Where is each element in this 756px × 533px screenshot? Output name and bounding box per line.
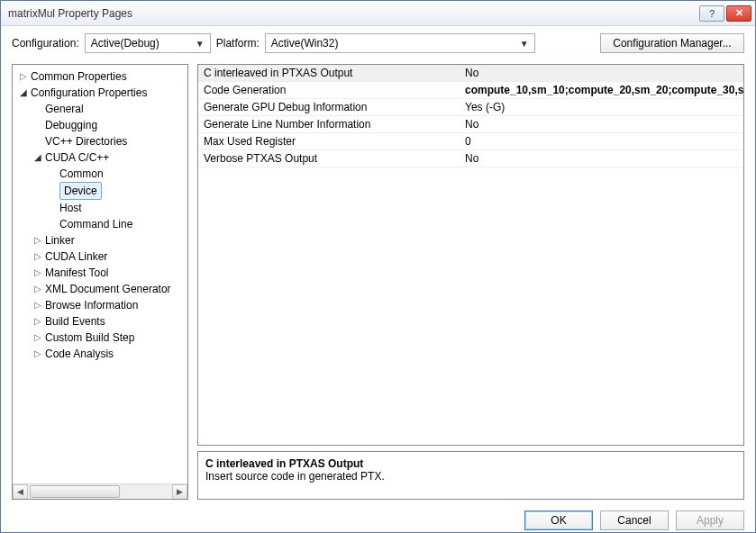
tree-item-configuration-properties[interactable]: ◢ Configuration Properties xyxy=(18,85,187,101)
tree-item-custom-build-step[interactable]: ▷Custom Build Step xyxy=(32,330,187,346)
property-value[interactable]: Yes (-G) xyxy=(460,99,743,116)
ok-button[interactable]: OK xyxy=(524,510,593,530)
chevron-down-icon: ▼ xyxy=(194,39,206,49)
tree-item-code-analysis[interactable]: ▷Code Analysis xyxy=(32,346,187,362)
property-key: C interleaved in PTXAS Output xyxy=(198,65,460,82)
expand-collapsed-icon[interactable]: ▷ xyxy=(32,251,43,262)
help-body: Insert source code in generated PTX. xyxy=(205,470,736,483)
platform-value: Active(Win32) xyxy=(271,37,339,50)
expand-collapsed-icon[interactable]: ▷ xyxy=(32,316,43,327)
tree[interactable]: ▷ Common Properties ◢ Configuration Prop… xyxy=(13,65,187,483)
property-row[interactable]: C interleaved in PTXAS OutputNo xyxy=(198,65,743,82)
property-row[interactable]: Verbose PTXAS OutputNo xyxy=(198,150,743,167)
expand-collapsed-icon[interactable]: ▷ xyxy=(32,267,43,278)
apply-button[interactable]: Apply xyxy=(676,510,744,530)
property-key: Generate GPU Debug Information xyxy=(198,99,460,116)
tree-horizontal-scrollbar[interactable]: ◀ ▶ xyxy=(13,483,187,499)
tree-panel: ▷ Common Properties ◢ Configuration Prop… xyxy=(12,64,188,500)
chevron-down-icon: ▼ xyxy=(518,39,531,49)
expand-collapsed-icon[interactable]: ▷ xyxy=(32,348,43,359)
configuration-manager-button[interactable]: Configuration Manager... xyxy=(600,33,744,53)
window-title: matrixMul Property Pages xyxy=(8,7,697,20)
tree-item-debugging[interactable]: Debugging xyxy=(32,117,187,133)
expand-collapsed-icon[interactable]: ▷ xyxy=(32,235,43,246)
tree-item-cuda-common[interactable]: Common xyxy=(47,166,187,182)
right-panel: C interleaved in PTXAS OutputNoCode Gene… xyxy=(197,64,744,500)
tree-item-xml-doc-generator[interactable]: ▷XML Document Generator xyxy=(32,281,187,297)
configuration-dropdown[interactable]: Active(Debug) ▼ xyxy=(85,33,211,53)
tree-item-browse-information[interactable]: ▷Browse Information xyxy=(32,297,187,313)
tree-item-cuda-commandline[interactable]: Command Line xyxy=(47,216,187,232)
tree-item-common-properties[interactable]: ▷ Common Properties xyxy=(18,68,187,85)
platform-dropdown[interactable]: Active(Win32) ▼ xyxy=(265,33,535,53)
dialog-footer: OK Cancel Apply xyxy=(1,500,755,533)
scroll-left-icon[interactable]: ◀ xyxy=(13,484,28,500)
tree-item-manifest-tool[interactable]: ▷Manifest Tool xyxy=(32,265,187,281)
property-key: Generate Line Number Information xyxy=(198,116,460,133)
configuration-value: Active(Debug) xyxy=(91,37,159,50)
scroll-right-icon[interactable]: ▶ xyxy=(172,484,187,500)
platform-label: Platform: xyxy=(216,37,260,50)
expand-collapsed-icon[interactable]: ▷ xyxy=(32,284,43,294)
tree-item-build-events[interactable]: ▷Build Events xyxy=(32,313,187,330)
close-button[interactable]: ✕ xyxy=(726,5,751,22)
configuration-label: Configuration: xyxy=(12,37,79,50)
property-value[interactable]: No xyxy=(460,116,743,133)
tree-item-general[interactable]: General xyxy=(32,101,187,117)
property-grid[interactable]: C interleaved in PTXAS OutputNoCode Gene… xyxy=(197,64,744,446)
cancel-button[interactable]: Cancel xyxy=(600,510,669,530)
help-button[interactable]: ? xyxy=(699,5,724,22)
expand-open-icon[interactable]: ◢ xyxy=(32,152,43,163)
property-row[interactable]: Generate GPU Debug InformationYes (-G) xyxy=(198,99,743,116)
scroll-track[interactable] xyxy=(28,484,172,500)
expand-collapsed-icon[interactable]: ▷ xyxy=(32,332,43,343)
main-area: ▷ Common Properties ◢ Configuration Prop… xyxy=(1,64,755,500)
tree-item-vc-directories[interactable]: VC++ Directories xyxy=(32,133,187,149)
help-heading: C interleaved in PTXAS Output xyxy=(205,457,736,470)
expand-collapsed-icon[interactable]: ▷ xyxy=(32,300,43,311)
scroll-thumb[interactable] xyxy=(30,485,120,498)
expand-open-icon[interactable]: ◢ xyxy=(18,87,29,98)
property-key: Verbose PTXAS Output xyxy=(198,150,460,167)
tree-item-cuda-linker[interactable]: ▷CUDA Linker xyxy=(32,248,187,265)
tree-item-cuda-device[interactable]: Device xyxy=(47,182,187,200)
expand-collapsed-icon[interactable]: ▷ xyxy=(18,71,29,82)
property-row[interactable]: Max Used Register0 xyxy=(198,133,743,150)
property-key: Max Used Register xyxy=(198,133,460,150)
property-row[interactable]: Code Generationcompute_10,sm_10;compute_… xyxy=(198,82,743,99)
property-value[interactable]: No xyxy=(460,150,743,167)
config-bar: Configuration: Active(Debug) ▼ Platform:… xyxy=(1,26,755,64)
property-row[interactable]: Generate Line Number InformationNo xyxy=(198,116,743,133)
titlebar: matrixMul Property Pages ? ✕ xyxy=(1,1,755,26)
tree-item-linker[interactable]: ▷Linker xyxy=(32,232,187,248)
property-value[interactable]: compute_10,sm_10;compute_20,sm_20;comput… xyxy=(460,82,743,99)
tree-item-cuda-cpp[interactable]: ◢ CUDA C/C++ xyxy=(32,149,187,166)
tree-item-cuda-host[interactable]: Host xyxy=(47,200,187,216)
property-key: Code Generation xyxy=(198,82,460,99)
property-value[interactable]: 0 xyxy=(460,133,743,150)
property-value[interactable]: No xyxy=(460,65,743,82)
help-box: C interleaved in PTXAS Output Insert sou… xyxy=(197,451,744,500)
